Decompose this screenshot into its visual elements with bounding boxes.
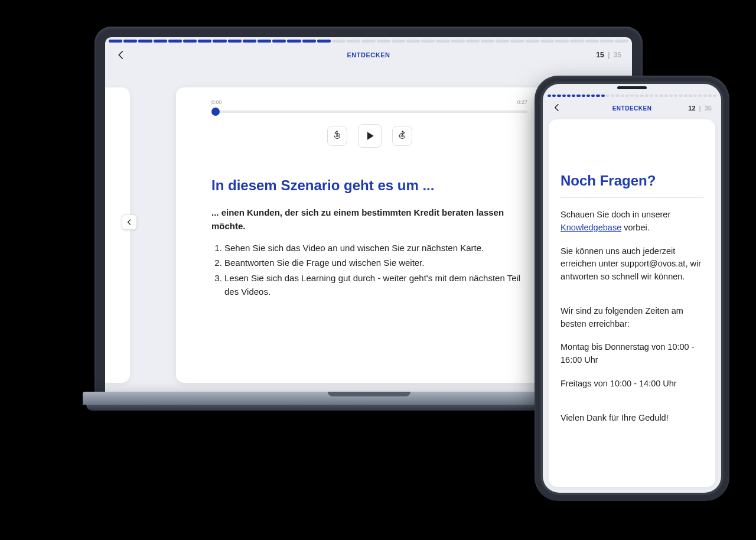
page-counter: 12 | 35	[688, 105, 712, 112]
paragraph-2: Sie können uns auch jederzeit erreichen …	[561, 245, 703, 284]
time-current: 0:00	[211, 99, 222, 105]
paragraph-5: Freitags von 10:00 - 14:00 Uhr	[561, 378, 703, 391]
forward-icon: 30	[397, 131, 408, 141]
phone-inner: ENTDECKEN 12 | 35 Noch Fragen? Schauen S…	[540, 82, 724, 495]
svg-text:10: 10	[335, 135, 339, 138]
phone-mockup: ENTDECKEN 12 | 35 Noch Fragen? Schauen S…	[535, 76, 729, 501]
rewind-icon: 10	[332, 131, 343, 141]
current-page: 15	[596, 51, 604, 59]
play-icon	[364, 130, 376, 142]
content-card: 0:00 0:27 10	[176, 87, 563, 383]
current-page: 12	[688, 105, 695, 112]
paragraph-1: Schauen Sie doch in unserer Knowledgebas…	[561, 209, 703, 235]
p1-suffix: vorbei.	[621, 223, 650, 232]
total-pages: 35	[614, 51, 621, 59]
step-list: Sehen Sie sich das Video an und wischen …	[211, 241, 527, 298]
topbar: ENTDECKEN 15 | 35	[105, 43, 632, 66]
chevron-left-icon	[552, 103, 562, 112]
total-pages: 35	[705, 105, 712, 112]
card-lead: ... einen Kunden, der sich zu einem best…	[211, 206, 527, 233]
slider-track	[211, 110, 527, 113]
card-heading: In diesem Szenario geht es um ...	[211, 176, 527, 194]
page-title: ENTDECKEN	[612, 105, 652, 112]
laptop-notch	[328, 392, 410, 396]
page-title: ENTDECKEN	[347, 51, 390, 58]
topbar: ENTDECKEN 12 | 35	[543, 97, 721, 118]
previous-card-peek	[105, 87, 130, 383]
page-separator: |	[699, 105, 701, 112]
player-controls: 10 30	[211, 124, 527, 148]
paragraph-6: Vielen Dank für Ihre Geduld!	[561, 412, 703, 425]
knowledgebase-link[interactable]: Knowledgebase	[561, 223, 621, 232]
forward-button[interactable]: 30	[392, 126, 412, 146]
progress-bar	[105, 37, 632, 43]
phone-screen: ENTDECKEN 12 | 35 Noch Fragen? Schauen S…	[543, 84, 721, 493]
previous-card-button[interactable]	[122, 214, 137, 230]
page-separator: |	[608, 51, 610, 59]
chevron-left-icon	[126, 219, 133, 226]
chevron-left-icon	[116, 50, 126, 60]
back-button[interactable]	[116, 50, 126, 60]
play-button[interactable]	[358, 124, 382, 148]
time-total: 0:27	[517, 99, 527, 105]
phone-speaker	[617, 86, 647, 89]
paragraph-3: Wir sind zu folgenden Zeiten am besten e…	[561, 305, 703, 331]
audio-slider[interactable]	[211, 108, 527, 116]
list-item: Sehen Sie sich das Video an und wischen …	[224, 241, 527, 255]
page-counter: 15 | 35	[596, 51, 621, 59]
rewind-button[interactable]: 10	[327, 126, 347, 146]
card-heading: Noch Fragen?	[561, 173, 703, 189]
player-times: 0:00 0:27	[211, 99, 527, 105]
slider-thumb[interactable]	[211, 108, 220, 116]
list-item: Beantworten Sie die Frage und wischen Si…	[224, 256, 527, 269]
divider	[561, 197, 703, 198]
p1-prefix: Schauen Sie doch in unserer	[561, 210, 670, 219]
back-button[interactable]	[552, 103, 563, 113]
list-item: Lesen Sie sich das Learning gut durch - …	[224, 271, 527, 299]
paragraph-4: Montag bis Donnerstag von 10:00 - 16:00 …	[561, 341, 703, 367]
svg-text:30: 30	[400, 135, 404, 138]
content-card: Noch Fragen? Schauen Sie doch in unserer…	[549, 119, 715, 487]
